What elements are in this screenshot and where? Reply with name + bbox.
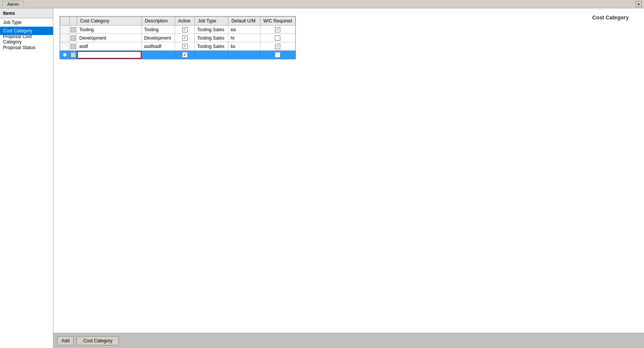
- new-row-description[interactable]: [141, 51, 175, 59]
- row-indicator-0: [60, 26, 70, 34]
- new-row-wc-required[interactable]: [260, 51, 295, 59]
- add-button[interactable]: Add: [57, 336, 74, 345]
- data-table-container: Cost Category Description Active Job Typ…: [59, 16, 296, 59]
- row-cost-category-0[interactable]: Tooling: [77, 26, 142, 34]
- new-cost-category-input[interactable]: [77, 51, 141, 59]
- new-row-job-type[interactable]: [195, 51, 228, 59]
- row-cost-category-1[interactable]: Development: [77, 34, 142, 42]
- new-row-default-um[interactable]: [228, 51, 260, 59]
- new-row-active[interactable]: ✓: [175, 51, 195, 59]
- admin-tab[interactable]: Admin: [2, 1, 24, 7]
- sidebar-item-proposal-cost-category[interactable]: Proposal Cost Category: [0, 35, 53, 43]
- row-wc-required-0[interactable]: [260, 26, 295, 34]
- new-row-cost-category-cell[interactable]: [77, 51, 142, 59]
- new-row-color[interactable]: [70, 51, 77, 59]
- row-default-um-0[interactable]: ea: [228, 26, 260, 34]
- row-color-2[interactable]: [70, 42, 77, 51]
- new-row-indicator: ✱: [60, 51, 70, 59]
- col-cost-category: Cost Category: [77, 17, 142, 26]
- wc-required-checkbox-1[interactable]: [275, 35, 280, 41]
- sidebar-header: Items: [0, 8, 53, 18]
- active-checkbox-0[interactable]: [182, 27, 188, 32]
- main-container: Items Job Type Cost Category Proposal Co…: [0, 8, 644, 348]
- cost-category-table: Cost Category Description Active Job Typ…: [60, 16, 296, 59]
- wc-required-checkbox-2[interactable]: [275, 44, 280, 49]
- row-default-um-1[interactable]: hr: [228, 34, 260, 42]
- row-color-1[interactable]: [70, 34, 77, 42]
- new-active-checkbox[interactable]: ✓: [182, 52, 188, 57]
- sidebar-item-job-type[interactable]: Job Type: [0, 18, 53, 27]
- row-description-2[interactable]: asdfsadf: [141, 42, 175, 51]
- sidebar: Items Job Type Cost Category Proposal Co…: [0, 8, 53, 348]
- wc-required-checkbox-0[interactable]: [275, 27, 280, 32]
- table-row: Development Development Tooling Sales hr: [60, 34, 296, 42]
- col-wc-required: W/C Required: [260, 17, 295, 26]
- row-description-0[interactable]: Tooling: [141, 26, 175, 34]
- close-button[interactable]: ×: [636, 1, 642, 7]
- col-default-um: Default U/M: [228, 17, 260, 26]
- col-active: Active: [175, 17, 195, 26]
- row-description-1[interactable]: Development: [141, 34, 175, 42]
- title-bar: Admin ×: [0, 0, 644, 8]
- active-checkbox-1[interactable]: [182, 35, 188, 41]
- col-color: [70, 17, 77, 26]
- row-wc-required-1[interactable]: [260, 34, 295, 42]
- footer: Add Cost Category: [53, 333, 644, 348]
- row-color-0[interactable]: [70, 26, 77, 34]
- row-indicator-1: [60, 34, 70, 42]
- table-row: Tooling Tooling Tooling Sales ea: [60, 26, 296, 34]
- col-indicator: [60, 17, 70, 26]
- row-active-0[interactable]: [175, 26, 195, 34]
- table-header-row: Cost Category Description Active Job Typ…: [60, 17, 296, 26]
- footer-category-label: Cost Category: [77, 336, 119, 345]
- col-job-type: Job Type: [195, 17, 228, 26]
- row-indicator-2: [60, 42, 70, 51]
- row-cost-category-2[interactable]: asdf: [77, 42, 142, 51]
- row-job-type-2[interactable]: Tooling Sales: [195, 42, 228, 51]
- row-job-type-1[interactable]: Tooling Sales: [195, 34, 228, 42]
- page-title: Cost Category: [592, 14, 629, 21]
- table-row: asdf asdfsadf Tooling Sales bx: [60, 42, 296, 51]
- active-checkbox-2[interactable]: [182, 44, 188, 49]
- row-active-1[interactable]: [175, 34, 195, 42]
- row-active-2[interactable]: [175, 42, 195, 51]
- new-row: ✱ ✓: [60, 51, 296, 59]
- col-description: Description: [141, 17, 175, 26]
- content-area: Cost Category Cost Category Description: [53, 8, 644, 348]
- row-job-type-0[interactable]: Tooling Sales: [195, 26, 228, 34]
- sidebar-item-proposal-status[interactable]: Proposal Status: [0, 43, 53, 52]
- row-default-um-2[interactable]: bx: [228, 42, 260, 51]
- new-wc-required-checkbox[interactable]: [275, 52, 280, 57]
- row-wc-required-2[interactable]: [260, 42, 295, 51]
